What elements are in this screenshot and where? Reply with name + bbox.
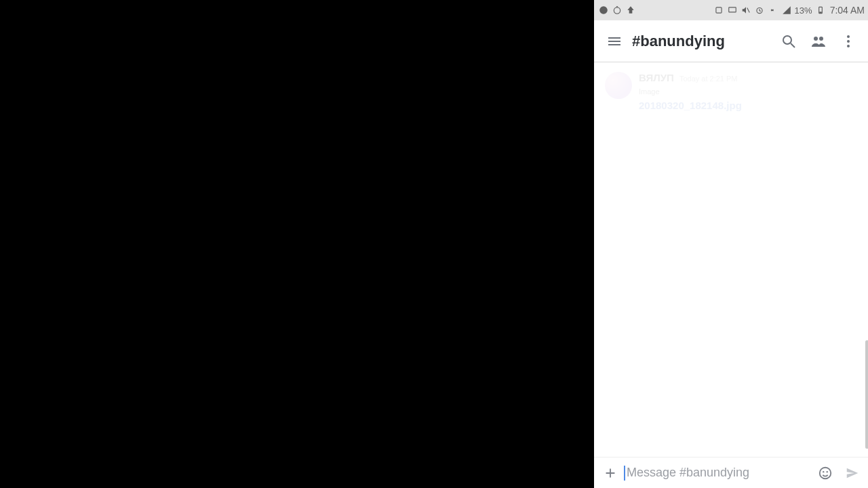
message-list[interactable]: ВЯЛУП Today at 2:21 PM Image 20180320_18… — [594, 62, 868, 457]
timer-icon — [612, 5, 623, 16]
status-left-icons — [598, 5, 636, 16]
svg-point-0 — [599, 6, 608, 14]
svg-point-14 — [847, 40, 850, 43]
mute-icon — [741, 5, 751, 16]
avatar — [605, 72, 632, 99]
emoji-icon — [818, 466, 833, 481]
attach-button[interactable] — [597, 460, 624, 487]
svg-point-18 — [827, 470, 828, 472]
plus-icon — [603, 466, 618, 481]
svg-rect-2 — [616, 6, 618, 7]
search-icon — [781, 33, 797, 49]
message-composer — [594, 457, 868, 488]
battery-icon — [815, 5, 826, 16]
signal-icon — [781, 5, 792, 16]
message-input-wrap[interactable] — [624, 466, 812, 481]
nfc-icon — [713, 5, 724, 16]
attachment-filename: 20180320_182148.jpg — [639, 100, 742, 111]
message-timestamp: Today at 2:21 PM — [679, 75, 738, 83]
hamburger-icon — [606, 33, 623, 49]
alarm-icon — [754, 5, 765, 16]
svg-point-15 — [847, 45, 850, 47]
clock-time: 7:04 AM — [830, 5, 865, 16]
message-input[interactable] — [627, 466, 812, 480]
svg-line-5 — [747, 8, 749, 13]
loading-message: ВЯЛУП Today at 2:21 PM Image 20180320_18… — [605, 72, 858, 111]
overflow-button[interactable] — [833, 26, 863, 56]
svg-point-13 — [847, 35, 850, 38]
svg-point-9 — [783, 36, 791, 44]
app-header: #banundying — [594, 20, 868, 62]
status-bar: 13% 7:04 AM — [594, 0, 868, 20]
text-caret — [624, 466, 625, 481]
channel-title: #banundying — [632, 33, 725, 50]
attachment-label: Image — [639, 87, 742, 96]
svg-point-17 — [823, 470, 824, 472]
data-icon — [768, 5, 778, 16]
menu-button[interactable] — [599, 26, 629, 56]
phone-frame: 13% 7:04 AM #banundying — [594, 0, 868, 488]
battery-percent: 13% — [795, 5, 812, 16]
svg-rect-3 — [716, 7, 722, 13]
members-button[interactable] — [804, 26, 833, 56]
scrollbar-thumb[interactable] — [865, 340, 868, 449]
discord-notif-icon — [598, 5, 609, 16]
svg-line-10 — [791, 43, 795, 47]
svg-point-16 — [820, 467, 831, 479]
status-right-icons: 13% 7:04 AM — [713, 5, 865, 16]
search-button[interactable] — [774, 26, 804, 56]
cast-icon — [727, 5, 738, 16]
emoji-button[interactable] — [812, 460, 839, 487]
svg-point-1 — [614, 7, 620, 14]
location-icon — [625, 5, 636, 16]
svg-point-11 — [814, 37, 818, 41]
svg-rect-8 — [819, 12, 822, 13]
message-username: ВЯЛУП — [639, 72, 674, 83]
people-icon — [810, 33, 827, 49]
send-button[interactable] — [839, 460, 866, 487]
svg-point-12 — [819, 37, 823, 41]
svg-rect-4 — [728, 7, 736, 12]
send-icon — [845, 466, 860, 481]
more-vert-icon — [840, 33, 856, 49]
